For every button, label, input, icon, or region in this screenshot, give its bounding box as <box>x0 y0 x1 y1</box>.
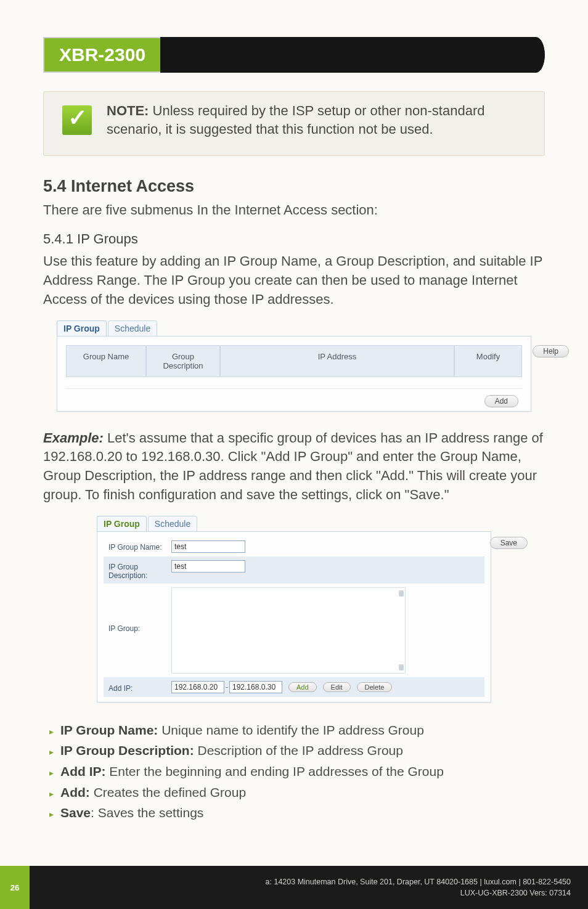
footer-address: a: 14203 Minuteman Drive, Suite 201, Dra… <box>266 876 571 887</box>
subsection-para: Use this feature by adding an IP Group N… <box>43 252 545 309</box>
label-ip-group-name: IP Group Name: <box>104 540 171 552</box>
list-item: ▸Add IP: Enter the beginning and ending … <box>43 761 545 782</box>
list-item: ▸IP Group Description: Description of th… <box>43 740 545 761</box>
list-item: ▸IP Group Name: Unique name to identify … <box>43 720 545 741</box>
checkmark-icon <box>62 105 92 135</box>
bullet-icon: ▸ <box>49 766 60 780</box>
save-button[interactable]: Save <box>490 537 528 549</box>
input-ip-group-name[interactable] <box>171 540 245 553</box>
list-item: ▸Add: Creates the defined Group <box>43 782 545 803</box>
scroll-up-icon[interactable] <box>399 590 404 597</box>
add-ip-button[interactable]: Add <box>288 682 317 692</box>
example-label: Example: <box>43 430 104 446</box>
scroll-down-icon[interactable] <box>399 664 404 671</box>
tab-ip-group[interactable]: IP Group <box>97 516 147 531</box>
tab-schedule[interactable]: Schedule <box>108 320 157 336</box>
tab-ip-group[interactable]: IP Group <box>57 320 107 336</box>
definition-list: ▸IP Group Name: Unique name to identify … <box>43 720 545 823</box>
ip-group-form-figure: IP Group Schedule Save IP Group Name: IP… <box>97 516 491 703</box>
note-label: NOTE: <box>107 103 149 118</box>
label-add-ip: Add IP: <box>104 682 171 693</box>
page-footer: 26 a: 14203 Minuteman Drive, Suite 201, … <box>0 866 588 909</box>
edit-ip-button[interactable]: Edit <box>323 682 351 692</box>
bullet-icon: ▸ <box>49 807 60 821</box>
col-group-desc: Group Description <box>146 345 220 377</box>
col-ip-address: IP Address <box>220 345 454 377</box>
ip-range-dash: - <box>224 683 229 691</box>
input-ip-group-desc[interactable] <box>171 560 245 573</box>
help-button[interactable]: Help <box>533 345 569 357</box>
footer-gap <box>30 866 233 909</box>
label-ip-group-desc: IP Group Description: <box>104 560 171 580</box>
page-header: XBR-2300 <box>43 37 545 73</box>
tab-schedule[interactable]: Schedule <box>148 516 197 531</box>
list-item: ▸Save: Saves the settings <box>43 802 545 823</box>
add-button[interactable]: Add <box>484 395 518 407</box>
delete-ip-button[interactable]: Delete <box>357 682 393 692</box>
ip-group-table-figure: IP Group Schedule Help Group Name Group … <box>57 320 531 412</box>
page-number: 26 <box>0 866 30 909</box>
header-dark-bar <box>160 37 545 73</box>
ip-group-listbox[interactable] <box>171 587 406 674</box>
example-text: Let's assume that a specific group of de… <box>43 430 543 502</box>
input-ip-to[interactable] <box>229 681 282 693</box>
footer-version: LUX-UG-XBR-2300 Vers: 07314 <box>460 887 571 899</box>
note-callout: NOTE: Unless required by the ISP setup o… <box>43 91 545 156</box>
bullet-icon: ▸ <box>49 745 60 759</box>
example-paragraph: Example: Let's assume that a specific gr… <box>43 429 545 505</box>
input-ip-from[interactable] <box>171 681 224 693</box>
section-title: 5.4 Internet Access <box>43 177 545 196</box>
note-text: Unless required by the ISP setup or othe… <box>107 103 484 137</box>
col-modify: Modify <box>454 345 522 377</box>
col-group-name: Group Name <box>66 345 146 377</box>
bullet-icon: ▸ <box>49 787 60 801</box>
product-badge: XBR-2300 <box>43 37 160 73</box>
section-intro: There are five submenus In the Internet … <box>43 201 545 220</box>
subsection-title: 5.4.1 IP Groups <box>43 231 545 247</box>
label-ip-group: IP Group: <box>104 587 171 633</box>
bullet-icon: ▸ <box>49 725 60 738</box>
